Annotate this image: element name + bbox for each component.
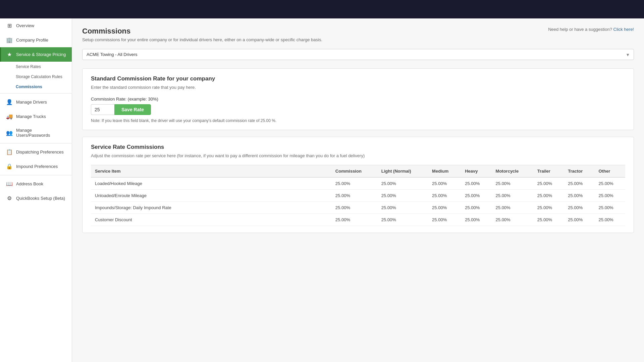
sidebar-item-quickbooks[interactable]: ⚙ QuickBooks Setup (Beta) <box>0 191 72 205</box>
cell-commission: 25.00% <box>331 214 377 226</box>
rate-input-row: Save Rate <box>91 104 625 115</box>
cell-service-item: Impounds/Storage: Daily Impound Rate <box>91 202 331 214</box>
col-header-trailer: Trailer <box>533 165 564 178</box>
sidebar-sub-label-service-rates: Service Rates <box>16 64 41 69</box>
table-row: Impounds/Storage: Daily Impound Rate25.0… <box>91 202 625 214</box>
table-body: Loaded/Hooked Mileage25.00%25.00%25.00%2… <box>91 177 625 226</box>
sidebar-label-manage-users: Manage Users/Passwords <box>16 128 67 138</box>
rate-label: Commission Rate: (example: 30%) <box>91 97 625 102</box>
cell-medium: 25.00% <box>428 214 461 226</box>
dispatching-icon: 📋 <box>6 149 13 155</box>
cell-heavy: 25.00% <box>461 202 491 214</box>
service-storage-icon: ★ <box>6 51 13 58</box>
help-link[interactable]: Click here! <box>613 27 634 32</box>
sidebar-divider <box>0 93 72 94</box>
company-profile-icon: 🏢 <box>6 37 13 43</box>
cell-commission: 25.00% <box>331 177 377 190</box>
cell-service-item: Unloaded/Enroute Mileage <box>91 190 331 202</box>
sidebar-item-manage-users[interactable]: 👥 Manage Users/Passwords <box>0 124 72 142</box>
cell-trailer: 25.00% <box>533 177 564 190</box>
sidebar-item-manage-drivers[interactable]: 👤 Manage Drivers <box>0 95 72 109</box>
sidebar-label-address-book: Address Book <box>16 181 43 186</box>
cell-heavy: 25.00% <box>461 177 491 190</box>
col-header-motorcycle: Motorcycle <box>492 165 533 178</box>
cell-service-item: Loaded/Hooked Mileage <box>91 177 331 190</box>
cell-tractor: 25.00% <box>564 177 594 190</box>
overview-icon: ⊞ <box>6 22 13 29</box>
service-rate-desc: Adjust the commission rate per service h… <box>91 153 625 158</box>
top-bar <box>0 0 644 18</box>
table-row: Customer Discount25.00%25.00%25.00%25.00… <box>91 214 625 226</box>
sidebar-item-manage-trucks[interactable]: 🚚 Manage Trucks <box>0 109 72 124</box>
sidebar-label-manage-drivers: Manage Drivers <box>16 100 47 105</box>
sidebar-item-overview[interactable]: ⊞ Overview <box>0 18 72 33</box>
sidebar-label-impound: Impound Preferences <box>16 164 58 169</box>
help-link-container: Need help or have a suggestion? Click he… <box>548 27 634 32</box>
main-content: Commissions Setup commissions for your e… <box>72 18 644 362</box>
driver-dropdown[interactable]: ACME Towing - All Drivers <box>82 49 634 60</box>
col-header-service-item: Service Item <box>91 165 331 178</box>
cell-heavy: 25.00% <box>461 190 491 202</box>
service-rate-table: Service Item Commission Light (Normal) M… <box>91 165 625 226</box>
cell-tractor: 25.00% <box>564 202 594 214</box>
cell-other: 25.00% <box>595 214 625 226</box>
cell-service-item: Customer Discount <box>91 214 331 226</box>
sidebar-sub-storage-calculation-rules[interactable]: Storage Calculation Rules <box>0 72 72 82</box>
cell-trailer: 25.00% <box>533 202 564 214</box>
cell-medium: 25.00% <box>428 202 461 214</box>
cell-motorcycle: 25.00% <box>492 177 533 190</box>
sidebar: ⊞ Overview 🏢 Company Profile ★ Service &… <box>0 18 72 362</box>
cell-other: 25.00% <box>595 177 625 190</box>
sidebar-divider-3 <box>0 175 72 175</box>
cell-other: 25.00% <box>595 190 625 202</box>
driver-dropdown-wrapper: ACME Towing - All Drivers ▼ <box>82 49 634 60</box>
manage-trucks-icon: 🚚 <box>6 113 13 120</box>
sidebar-item-company-profile[interactable]: 🏢 Company Profile <box>0 33 72 47</box>
cell-light: 25.00% <box>377 190 428 202</box>
sidebar-sub-label-commissions: Commissions <box>16 84 42 89</box>
cell-commission: 25.00% <box>331 190 377 202</box>
sidebar-item-impound-preferences[interactable]: 🔒 Impound Preferences <box>0 159 72 174</box>
cell-trailer: 25.00% <box>533 190 564 202</box>
table-header: Service Item Commission Light (Normal) M… <box>91 165 625 178</box>
cell-light: 25.00% <box>377 177 428 190</box>
sidebar-item-address-book[interactable]: 📖 Address Book <box>0 177 72 191</box>
manage-drivers-icon: 👤 <box>6 99 13 105</box>
cell-tractor: 25.00% <box>564 190 594 202</box>
col-header-tractor: Tractor <box>564 165 594 178</box>
page-header: Commissions Setup commissions for your e… <box>82 27 634 42</box>
page-subtitle: Setup commissions for your entire compan… <box>82 37 322 42</box>
impound-icon: 🔒 <box>6 163 13 170</box>
standard-commission-title: Standard Commission Rate for your compan… <box>91 75 625 82</box>
cell-motorcycle: 25.00% <box>492 190 533 202</box>
col-header-heavy: Heavy <box>461 165 491 178</box>
standard-commission-section: Standard Commission Rate for your compan… <box>82 68 634 130</box>
cell-light: 25.00% <box>377 214 428 226</box>
sidebar-label-manage-trucks: Manage Trucks <box>16 114 46 119</box>
manage-users-icon: 👥 <box>6 130 13 136</box>
cell-commission: 25.00% <box>331 202 377 214</box>
col-header-light: Light (Normal) <box>377 165 428 178</box>
cell-medium: 25.00% <box>428 190 461 202</box>
help-text: Need help or have a suggestion? <box>548 27 612 32</box>
sidebar-sub-commissions[interactable]: Commissions <box>0 82 72 92</box>
address-book-icon: 📖 <box>6 181 13 187</box>
rate-note: Note: If you leave this field blank, the… <box>91 118 625 123</box>
sidebar-divider-2 <box>0 143 72 143</box>
sidebar-item-dispatching-preferences[interactable]: 📋 Dispatching Preferences <box>0 145 72 159</box>
sidebar-sub-service-rates[interactable]: Service Rates <box>0 62 72 72</box>
service-rate-commissions-section: Service Rate Commissions Adjust the comm… <box>82 137 634 233</box>
cell-medium: 25.00% <box>428 177 461 190</box>
sidebar-sub-label-storage-calc: Storage Calculation Rules <box>16 74 62 79</box>
col-header-medium: Medium <box>428 165 461 178</box>
sidebar-label-service-storage-pricing: Service & Storage Pricing <box>16 52 66 57</box>
cell-motorcycle: 25.00% <box>492 214 533 226</box>
cell-heavy: 25.00% <box>461 214 491 226</box>
commission-rate-input[interactable] <box>91 104 114 115</box>
sidebar-label-quickbooks: QuickBooks Setup (Beta) <box>16 196 65 201</box>
col-header-commission: Commission <box>331 165 377 178</box>
save-rate-button[interactable]: Save Rate <box>114 104 151 115</box>
sidebar-item-service-storage-pricing[interactable]: ★ Service & Storage Pricing <box>0 47 72 62</box>
service-rate-table-wrapper: Service Item Commission Light (Normal) M… <box>91 165 625 226</box>
sidebar-label-company-profile: Company Profile <box>16 38 48 43</box>
